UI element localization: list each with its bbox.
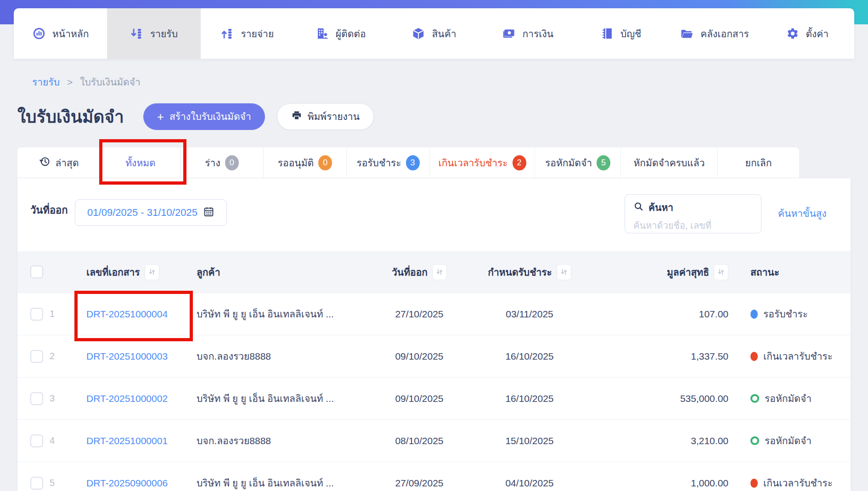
dashboard-icon [32, 27, 46, 40]
page-title: ใบรับเงินมัดจำ [17, 103, 124, 130]
table-row: 4 DRT-20251000001 บจก.ลองรวย8888 08/10/2… [17, 419, 851, 462]
document-link[interactable]: DRT-20251000001 [86, 435, 168, 446]
table-header: เลขที่เอกสาร ลูกค้า วันที่ออก กำหนดรับชำ… [17, 251, 851, 293]
tab-awaiting-payment[interactable]: รอรับชำระ 3 [347, 147, 430, 178]
nav-item-accounting[interactable]: บัญชี [574, 8, 667, 59]
row-number: 3 [50, 393, 55, 404]
breadcrumb: รายรับ > ใบรับเงินมัดจำ [32, 74, 141, 90]
tab-badge: 5 [597, 155, 610, 170]
create-deposit-receipt-button[interactable]: + สร้างใบรับเงินมัดจำ [143, 103, 265, 130]
tab-badge: 0 [225, 155, 239, 170]
document-list-card: วันที่ออก 01/09/2025 - 31/10/2025 ค้นหา … [17, 178, 851, 491]
row-checkbox[interactable] [30, 308, 43, 321]
document-link[interactable]: DRT-20251000003 [86, 351, 168, 361]
nav-item-products[interactable]: สินค้า [387, 8, 480, 59]
breadcrumb-parent-link[interactable]: รายรับ [32, 74, 60, 90]
net-value: 3,210.00 [587, 435, 734, 446]
tab-fully-deducted[interactable]: หักมัดจำครบแล้ว [621, 147, 718, 178]
issue-date: 27/09/2025 [366, 478, 472, 489]
net-value: 535,000.00 [587, 393, 734, 404]
page-header: ใบรับเงินมัดจำ + สร้างใบรับเงินมัดจำ พิม… [17, 103, 374, 130]
expense-icon [220, 27, 234, 40]
nav-label: ตั้งค่า [806, 26, 829, 41]
search-placeholder: ค้นหาด้วยชื่อ, เลขที่ [633, 218, 753, 233]
history-icon [39, 156, 51, 169]
tab-draft[interactable]: ร่าง 0 [180, 147, 264, 178]
tab-badge: 0 [318, 155, 332, 170]
nav-item-home[interactable]: หน้าหลัก [14, 8, 107, 59]
row-number: 1 [50, 309, 55, 319]
issue-date: 09/10/2025 [366, 351, 472, 362]
issue-date: 27/10/2025 [366, 309, 472, 320]
tab-badge: 2 [513, 155, 526, 170]
nav-label: รายรับ [150, 26, 178, 41]
net-value: 1,337.50 [587, 351, 734, 362]
calendar-icon [203, 206, 214, 220]
status-dot [750, 479, 758, 488]
sort-icon[interactable] [557, 264, 571, 280]
sort-icon[interactable] [432, 264, 447, 280]
row-number: 2 [50, 351, 55, 361]
nav-label: บัญชี [620, 26, 641, 41]
finance-icon [502, 27, 516, 40]
nav-label: คลังเอกสาร [700, 26, 749, 41]
main-nav: หน้าหลัก รายรับ รายจ่าย ผู้ติดต่อ สินค้า… [14, 8, 854, 59]
app-root: หน้าหลัก รายรับ รายจ่าย ผู้ติดต่อ สินค้า… [0, 0, 868, 491]
due-date: 16/10/2025 [472, 351, 587, 362]
status-dot [750, 352, 758, 361]
tab-overdue[interactable]: เกินเวลารับชำระ 2 [430, 147, 535, 178]
nav-item-income[interactable]: รายรับ [107, 8, 200, 59]
row-checkbox[interactable] [30, 477, 43, 490]
issue-date: 09/10/2025 [366, 393, 472, 404]
settings-icon [786, 27, 799, 40]
net-value: 107.00 [587, 309, 734, 320]
nav-item-settings[interactable]: ตั้งค่า [761, 8, 854, 59]
row-checkbox[interactable] [30, 435, 43, 447]
status-dot [750, 394, 759, 403]
select-all-checkbox[interactable] [30, 265, 43, 278]
tab-pending-approval[interactable]: รออนุมัติ 0 [264, 147, 347, 178]
nav-label: หน้าหลัก [52, 26, 89, 41]
row-checkbox[interactable] [30, 350, 43, 363]
breadcrumb-current: ใบรับเงินมัดจำ [80, 74, 141, 90]
contacts-icon [316, 27, 329, 40]
nav-item-documents[interactable]: คลังเอกสาร [667, 8, 761, 59]
document-link[interactable]: DRT-20251000004 [86, 309, 168, 319]
search-input[interactable]: ค้นหา ค้นหาด้วยชื่อ, เลขที่ [625, 194, 761, 233]
nav-item-finance[interactable]: การเงิน [481, 8, 574, 59]
status-tabs: ล่าสุด ทั้งหมด ร่าง 0 รออนุมัติ 0 รอรับช… [17, 147, 799, 178]
nav-item-expense[interactable]: รายจ่าย [201, 8, 294, 59]
sort-icon[interactable] [145, 264, 159, 280]
row-number: 4 [50, 435, 55, 446]
printer-icon [291, 110, 302, 123]
tab-all[interactable]: ทั้งหมด [101, 147, 180, 178]
nav-item-contacts[interactable]: ผู้ติดต่อ [294, 8, 387, 59]
plus-icon: + [157, 111, 164, 123]
row-number: 5 [50, 478, 55, 488]
row-checkbox[interactable] [30, 392, 43, 405]
tab-recent[interactable]: ล่าสุด [17, 147, 101, 178]
issue-date: 08/10/2025 [366, 435, 472, 446]
customer-name: บริษัท พี ยู ยู เอ็น อินเทลลิเจนท์ ... [197, 306, 366, 322]
customer-name: บริษัท พี ยู ยู เอ็น อินเทลลิเจนท์ ... [197, 475, 366, 491]
filter-row: วันที่ออก 01/09/2025 - 31/10/2025 ค้นหา … [17, 178, 851, 251]
customer-name: บจก.ลองรวย8888 [197, 433, 366, 448]
tab-cancelled[interactable]: ยกเลิก [718, 147, 799, 178]
date-range-picker[interactable]: 01/09/2025 - 31/10/2025 [75, 199, 227, 226]
due-date: 15/10/2025 [472, 435, 587, 446]
sort-icon[interactable] [714, 264, 728, 280]
document-link[interactable]: DRT-20251000002 [86, 393, 168, 404]
nav-label: สินค้า [432, 26, 456, 41]
due-date: 16/10/2025 [472, 393, 587, 404]
nav-label: รายจ่าย [241, 26, 274, 41]
tab-awaiting-deduction[interactable]: รอหักมัดจำ 5 [535, 147, 621, 178]
tab-badge: 3 [406, 155, 420, 170]
print-report-button[interactable]: พิมพ์รายงาน [277, 103, 374, 130]
issue-date-filter-label: วันที่ออก [30, 202, 68, 218]
status-label: รอรับชำระ [763, 306, 808, 322]
table-row: 5 DRT-20250900006 บริษัท พี ยู ยู เอ็น อ… [17, 462, 851, 491]
advanced-search-link[interactable]: ค้นหาขั้นสูง [778, 206, 827, 221]
nav-label: การเงิน [523, 26, 554, 41]
net-value: 1,000.00 [587, 478, 734, 489]
document-link[interactable]: DRT-20250900006 [86, 478, 168, 488]
